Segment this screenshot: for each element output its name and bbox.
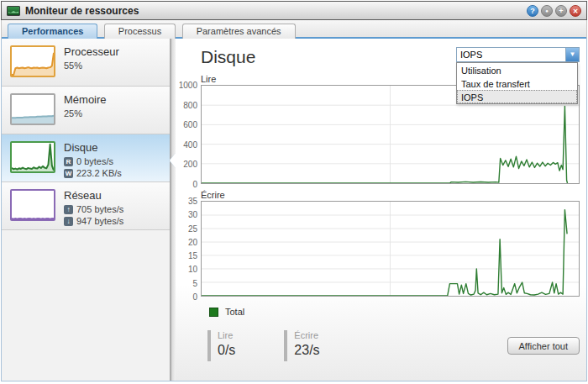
upload-arrow-icon: ↑ bbox=[64, 205, 73, 214]
network-up-value: 705 bytes/s bbox=[76, 203, 123, 215]
page-title: Disque bbox=[201, 47, 255, 67]
sidebar-item-memoire[interactable]: Mémoire 25% bbox=[2, 87, 170, 134]
selected-item-pointer bbox=[170, 153, 176, 168]
sidebar-item-reseau[interactable]: Réseau ↑ 705 bytes/s ↓ 947 bytes/s bbox=[2, 182, 170, 230]
sidebar-item-processeur[interactable]: Processeur 55% bbox=[2, 39, 170, 87]
metric-dropdown: Utilisation Taux de transfert IOPS bbox=[456, 62, 578, 104]
metric-select[interactable]: IOPS ▼ bbox=[456, 47, 580, 62]
chart-legend: Total bbox=[209, 307, 580, 317]
sidebar-item-title: Disque bbox=[64, 141, 122, 154]
footer-stats: Lire 0/s Écrire 23/s Afficher tout bbox=[176, 330, 580, 361]
memory-usage-value: 25% bbox=[64, 108, 82, 119]
download-arrow-icon: ↓ bbox=[64, 217, 73, 226]
dropdown-option-iops[interactable]: IOPS bbox=[457, 90, 577, 103]
tab-bar: Performances Processus Paramètres avancé… bbox=[1, 20, 587, 39]
legend-label: Total bbox=[225, 307, 244, 317]
close-icon[interactable]: ✕ bbox=[570, 5, 581, 17]
window-body: Processeur 55% Mémoire 25% Disque R 0 by… bbox=[1, 39, 587, 381]
y-axis-labels: 10008006004002000 bbox=[176, 85, 201, 184]
tab-processus[interactable]: Processus bbox=[104, 24, 176, 39]
chevron-down-icon[interactable]: ▼ bbox=[565, 48, 579, 61]
dropdown-option-taux-de-transfert[interactable]: Taux de transfert bbox=[457, 76, 577, 90]
sidebar-item-disque[interactable]: Disque R 0 bytes/s W 223.2 KB/s bbox=[2, 134, 170, 182]
memory-sparkline bbox=[10, 93, 55, 125]
stat-value: 23/s bbox=[294, 343, 319, 358]
y-axis-labels: 35302520151050 bbox=[176, 201, 201, 297]
disk-write-value: 223.2 KB/s bbox=[76, 167, 122, 179]
help-icon[interactable]: ? bbox=[527, 5, 538, 17]
resource-monitor-window: Moniteur de ressources ? ● + ✕ Performan… bbox=[1, 1, 587, 382]
legend-swatch bbox=[209, 308, 218, 317]
read-badge-icon: R bbox=[64, 157, 73, 166]
window-buttons: ? ● + ✕ bbox=[527, 5, 581, 17]
write-iops-chart: Écrire 35302520151050 bbox=[176, 190, 580, 297]
metric-select-wrap: IOPS ▼ Utilisation Taux de transfert IOP… bbox=[456, 47, 580, 62]
stat-value: 0/s bbox=[218, 343, 235, 358]
stat-ecrire: Écrire 23/s bbox=[284, 330, 319, 361]
tab-parametres-avances[interactable]: Paramètres avancés bbox=[182, 24, 296, 39]
cpu-sparkline bbox=[10, 45, 55, 77]
window-title: Moniteur de ressources bbox=[25, 5, 139, 17]
network-sparkline bbox=[10, 189, 55, 221]
sidebar-separator bbox=[170, 39, 176, 381]
chart-title: Écrire bbox=[201, 190, 580, 200]
sidebar: Processeur 55% Mémoire 25% Disque R 0 by… bbox=[2, 39, 170, 381]
resource-monitor-icon bbox=[7, 6, 20, 16]
minimize-icon[interactable]: ● bbox=[541, 5, 553, 17]
sidebar-item-title: Mémoire bbox=[64, 93, 107, 106]
write-badge-icon: W bbox=[64, 169, 73, 178]
dropdown-option-utilisation[interactable]: Utilisation bbox=[457, 63, 577, 76]
disk-read-value: 0 bytes/s bbox=[76, 155, 113, 167]
stat-label: Écrire bbox=[294, 330, 319, 340]
network-down-value: 947 bytes/s bbox=[76, 215, 123, 227]
metric-select-value: IOPS bbox=[460, 50, 482, 60]
show-all-button[interactable]: Afficher tout bbox=[507, 337, 580, 355]
tab-performances[interactable]: Performances bbox=[8, 24, 97, 39]
chart-plot-area bbox=[201, 201, 580, 297]
disk-sparkline bbox=[10, 141, 55, 173]
titlebar: Moniteur de ressources ? ● + ✕ bbox=[1, 1, 587, 20]
stat-label: Lire bbox=[218, 330, 235, 340]
maximize-icon[interactable]: + bbox=[555, 5, 567, 17]
main-panel: Disque IOPS ▼ Utilisation Taux de transf… bbox=[176, 39, 586, 381]
sidebar-item-title: Processeur bbox=[64, 45, 119, 58]
cpu-usage-value: 55% bbox=[64, 60, 82, 71]
stat-lire: Lire 0/s bbox=[207, 330, 235, 361]
sidebar-item-title: Réseau bbox=[64, 189, 123, 202]
